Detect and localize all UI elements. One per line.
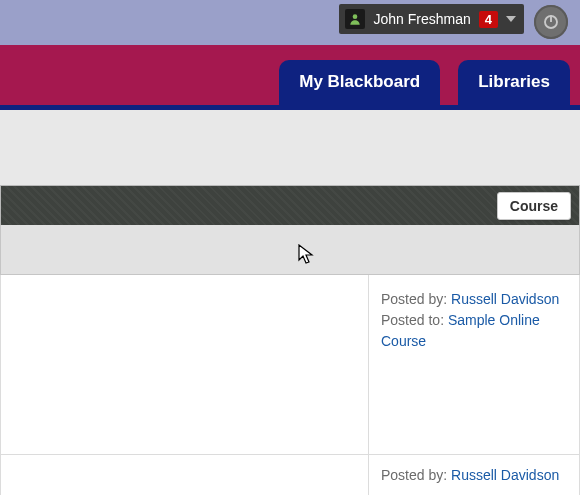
- tab-my-blackboard[interactable]: My Blackboard: [279, 60, 440, 105]
- posted-to-label: Posted to:: [381, 312, 444, 328]
- panel-strip: [0, 225, 580, 275]
- nav-bar: My Blackboard Libraries: [0, 45, 580, 110]
- nav-tabs: My Blackboard Libraries: [279, 60, 570, 105]
- tab-libraries[interactable]: Libraries: [458, 60, 570, 105]
- post-meta: Posted by: Russell Davidson Posted to: S…: [369, 275, 579, 454]
- posted-by-label: Posted by:: [381, 291, 447, 307]
- avatar: [345, 9, 365, 29]
- post-row: Posted by: Russell Davidson: [0, 455, 580, 495]
- panel-toolbar: Course: [0, 185, 580, 225]
- post-body: [1, 455, 369, 495]
- post-meta: Posted by: Russell Davidson: [369, 455, 579, 495]
- post-author-link[interactable]: Russell Davidson: [451, 291, 559, 307]
- svg-point-0: [353, 14, 358, 19]
- posted-by-label: Posted by:: [381, 467, 447, 483]
- post-author-link[interactable]: Russell Davidson: [451, 467, 559, 483]
- post-row: Posted by: Russell Davidson Posted to: S…: [0, 275, 580, 455]
- logout-button[interactable]: [534, 5, 568, 39]
- chevron-down-icon: [506, 16, 516, 22]
- user-name: John Freshman: [373, 11, 470, 27]
- user-menu[interactable]: John Freshman 4: [339, 4, 524, 34]
- notification-badge: 4: [479, 11, 498, 28]
- top-bar: John Freshman 4: [0, 0, 580, 45]
- course-button[interactable]: Course: [497, 192, 571, 220]
- power-icon: [542, 13, 560, 31]
- sub-header: [0, 110, 580, 185]
- post-body: [1, 275, 369, 454]
